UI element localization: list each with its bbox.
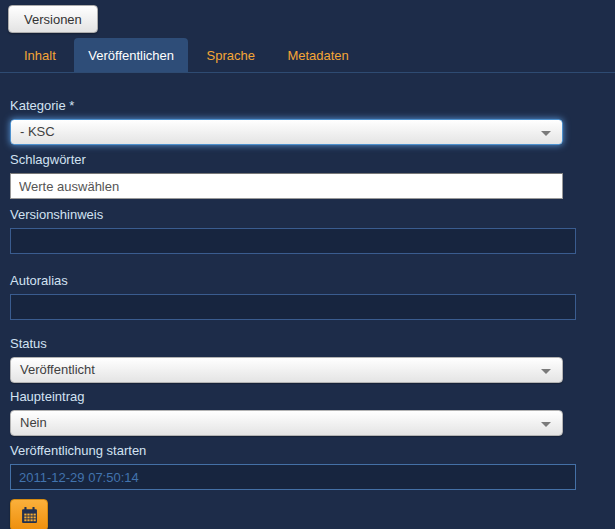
category-select-value: - KSC	[20, 124, 55, 139]
featured-select[interactable]: Nein	[10, 410, 563, 436]
tab-bar: Inhalt Veröffentlichen Sprache Metadaten	[0, 38, 615, 73]
tab-metadaten[interactable]: Metadaten	[273, 38, 362, 72]
chevron-down-icon	[541, 369, 551, 374]
tab-veroeffentlichen[interactable]: Veröffentlichen	[74, 38, 188, 72]
status-select-value: Veröffentlicht	[20, 362, 95, 377]
publish-start-label: Veröffentlichung starten	[10, 444, 615, 458]
status-label: Status	[10, 337, 615, 351]
featured-select-value: Nein	[20, 415, 47, 430]
status-select[interactable]: Veröffentlicht	[10, 357, 563, 383]
tags-input[interactable]	[10, 173, 563, 199]
category-label: Kategorie *	[10, 99, 615, 113]
category-select[interactable]: - KSC	[10, 119, 563, 145]
featured-label: Haupteintrag	[10, 390, 615, 404]
version-note-input[interactable]	[10, 228, 576, 254]
chevron-down-icon	[541, 422, 551, 427]
tab-inhalt[interactable]: Inhalt	[10, 38, 70, 72]
publishing-form: Kategorie * - KSC Schlagwörter Versionsh…	[10, 74, 615, 529]
publish-start-input[interactable]	[10, 464, 576, 490]
author-alias-label: Autoralias	[10, 274, 615, 288]
versions-button[interactable]: Versionen	[8, 5, 98, 33]
calendar-button[interactable]	[10, 499, 48, 529]
author-alias-input[interactable]	[10, 294, 576, 320]
chevron-down-icon	[541, 131, 551, 136]
tab-sprache[interactable]: Sprache	[193, 38, 269, 72]
calendar-icon	[21, 507, 38, 524]
version-note-label: Versionshinweis	[10, 208, 615, 222]
tags-label: Schlagwörter	[10, 153, 615, 167]
